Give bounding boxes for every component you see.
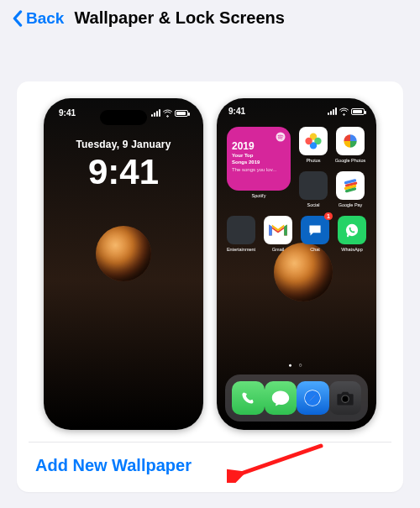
lock-date: Tuesday, 9 January [44,139,203,150]
app-chat: 1 Chat [301,216,329,252]
dock-app-phone [232,381,265,415]
dock-app-messages [265,381,297,415]
lock-time: 9:41 [44,152,203,192]
spotify-widget: 2019 Your Top Songs 2019 The songs you l… [227,127,291,191]
lock-screen-preview[interactable]: 9:41 Tuesday, 9 January 9:41 [44,98,203,430]
chevron-left-icon [12,10,23,27]
back-button[interactable]: Back [12,9,64,28]
widget-line3: The songs you lov... [232,167,286,174]
messages-icon [270,389,291,407]
status-icons [328,107,365,116]
back-label: Back [26,9,64,28]
page-title: Wallpaper & Lock Screens [74,8,284,28]
google-photos-icon [341,132,360,150]
dock [225,374,368,422]
wifi-icon [163,108,172,118]
gmail-icon [268,223,288,238]
photos-icon [303,131,323,151]
dynamic-island [100,110,147,125]
wifi-icon [339,107,349,116]
app-folder-entertainment: Entertainment [227,216,255,252]
dock-app-safari [297,381,329,415]
wallpaper-card: 9:41 Tuesday, 9 January 9:41 9:41 [17,81,403,492]
chat-icon [306,221,324,239]
safari-icon [302,387,323,409]
settings-header: Back Wallpaper & Lock Screens [0,0,420,31]
app-google-pay: Google Pay [336,171,365,207]
phone-icon [239,389,257,407]
app-google-photos: Google Photos [336,127,365,163]
app-photos: Photos [299,127,328,163]
app-gmail: Gmail [264,216,292,252]
annotation-arrow-icon [227,441,328,483]
widget-year: 2019 [232,140,286,153]
page-indicator: ● ○ [217,362,376,368]
wallpaper-previews: 9:41 Tuesday, 9 January 9:41 9:41 [25,98,395,430]
home-screen-preview[interactable]: 9:41 2019 Your Top [217,98,376,430]
status-icons [151,108,188,118]
signal-icon [328,107,337,115]
svg-point-4 [305,138,312,144]
whatsapp-icon [343,221,361,239]
camera-icon [335,390,355,406]
dock-app-camera [329,381,362,415]
widget-label: Spotify [252,193,266,198]
signal-icon [151,109,160,117]
app-whatsapp: WhatsApp [338,216,366,252]
spotify-icon [276,132,286,142]
home-status-bar: 9:41 [217,107,376,116]
app-folder-social: Social [299,171,328,207]
wallpaper-moon [96,226,151,281]
widget-line1: Your Top [232,153,286,160]
home-app-grid: 2019 Your Top Songs 2019 The songs you l… [217,127,376,252]
status-time: 9:41 [59,108,76,118]
status-time: 9:41 [228,107,245,116]
svg-point-7 [305,390,320,406]
add-new-wallpaper-button[interactable]: Add New Wallpaper [25,443,395,479]
battery-icon [351,108,365,115]
widget-line2: Songs 2019 [232,160,286,166]
svg-point-8 [342,395,349,402]
google-pay-icon [341,176,360,195]
battery-icon [175,110,188,117]
